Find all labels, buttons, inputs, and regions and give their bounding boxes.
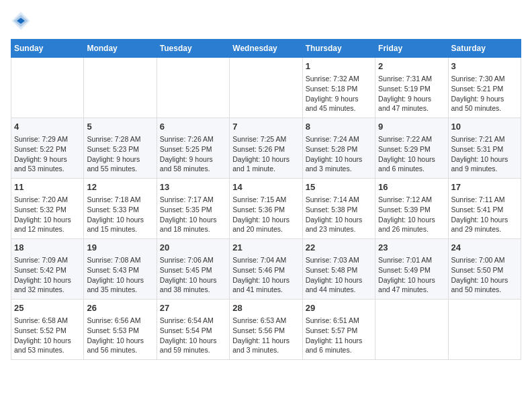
day-number: 19 xyxy=(87,242,153,254)
calendar-cell: 22Sunrise: 7:03 AM Sunset: 5:48 PM Dayli… xyxy=(302,239,375,300)
day-info: Sunrise: 7:08 AM Sunset: 5:43 PM Dayligh… xyxy=(87,255,153,295)
calendar-cell: 28Sunrise: 6:53 AM Sunset: 5:56 PM Dayli… xyxy=(230,300,302,360)
calendar-week-row: 1Sunrise: 7:32 AM Sunset: 5:18 PM Daylig… xyxy=(11,58,521,118)
day-info: Sunrise: 7:03 AM Sunset: 5:48 PM Dayligh… xyxy=(306,255,372,295)
calendar-cell: 29Sunrise: 6:51 AM Sunset: 5:57 PM Dayli… xyxy=(302,300,375,360)
calendar-cell: 8Sunrise: 7:24 AM Sunset: 5:28 PM Daylig… xyxy=(302,118,375,179)
calendar-cell: 15Sunrise: 7:14 AM Sunset: 5:38 PM Dayli… xyxy=(302,179,375,239)
calendar-cell: 3Sunrise: 7:30 AM Sunset: 5:21 PM Daylig… xyxy=(448,58,521,118)
day-number: 9 xyxy=(378,121,445,133)
calendar-cell xyxy=(448,300,521,360)
column-header-friday: Friday xyxy=(375,40,448,58)
day-info: Sunrise: 7:01 AM Sunset: 5:49 PM Dayligh… xyxy=(378,255,445,295)
calendar-week-row: 4Sunrise: 7:29 AM Sunset: 5:22 PM Daylig… xyxy=(11,118,521,179)
column-header-tuesday: Tuesday xyxy=(157,40,229,58)
calendar-cell: 19Sunrise: 7:08 AM Sunset: 5:43 PM Dayli… xyxy=(84,239,157,300)
day-number: 26 xyxy=(87,302,153,314)
day-info: Sunrise: 7:21 AM Sunset: 5:31 PM Dayligh… xyxy=(451,134,518,174)
day-number: 7 xyxy=(232,121,299,133)
column-header-monday: Monday xyxy=(84,40,157,58)
day-info: Sunrise: 7:18 AM Sunset: 5:33 PM Dayligh… xyxy=(87,195,153,234)
calendar-cell: 27Sunrise: 6:54 AM Sunset: 5:54 PM Dayli… xyxy=(157,300,229,360)
day-info: Sunrise: 6:54 AM Sunset: 5:54 PM Dayligh… xyxy=(160,316,226,355)
day-number: 2 xyxy=(378,60,445,73)
day-number: 23 xyxy=(378,242,445,254)
day-info: Sunrise: 7:12 AM Sunset: 5:39 PM Dayligh… xyxy=(378,195,445,234)
day-number: 12 xyxy=(87,181,153,193)
day-number: 6 xyxy=(160,121,226,133)
calendar-cell: 4Sunrise: 7:29 AM Sunset: 5:22 PM Daylig… xyxy=(11,118,84,179)
day-number: 5 xyxy=(87,121,153,133)
column-header-sunday: Sunday xyxy=(11,40,84,58)
day-info: Sunrise: 7:26 AM Sunset: 5:25 PM Dayligh… xyxy=(160,134,226,174)
day-info: Sunrise: 7:22 AM Sunset: 5:29 PM Dayligh… xyxy=(378,134,445,174)
calendar-cell: 24Sunrise: 7:00 AM Sunset: 5:50 PM Dayli… xyxy=(448,239,521,300)
calendar-cell xyxy=(230,58,302,118)
calendar-cell: 2Sunrise: 7:31 AM Sunset: 5:19 PM Daylig… xyxy=(375,58,448,118)
calendar-week-row: 18Sunrise: 7:09 AM Sunset: 5:42 PM Dayli… xyxy=(11,239,521,300)
day-number: 11 xyxy=(14,181,81,193)
day-info: Sunrise: 7:31 AM Sunset: 5:19 PM Dayligh… xyxy=(378,74,445,113)
calendar-cell xyxy=(84,58,157,118)
column-header-thursday: Thursday xyxy=(302,40,375,58)
day-info: Sunrise: 7:11 AM Sunset: 5:41 PM Dayligh… xyxy=(451,195,518,234)
day-number: 15 xyxy=(306,181,372,193)
day-info: Sunrise: 6:56 AM Sunset: 5:53 PM Dayligh… xyxy=(87,316,153,355)
calendar-cell: 18Sunrise: 7:09 AM Sunset: 5:42 PM Dayli… xyxy=(11,239,84,300)
calendar-cell: 23Sunrise: 7:01 AM Sunset: 5:49 PM Dayli… xyxy=(375,239,448,300)
calendar-cell: 14Sunrise: 7:15 AM Sunset: 5:36 PM Dayli… xyxy=(230,179,302,239)
calendar-header-row: SundayMondayTuesdayWednesdayThursdayFrid… xyxy=(11,40,521,58)
calendar-cell: 6Sunrise: 7:26 AM Sunset: 5:25 PM Daylig… xyxy=(157,118,229,179)
day-number: 29 xyxy=(306,302,372,314)
calendar-cell: 7Sunrise: 7:25 AM Sunset: 5:26 PM Daylig… xyxy=(230,118,302,179)
calendar-cell xyxy=(375,300,448,360)
calendar-cell: 10Sunrise: 7:21 AM Sunset: 5:31 PM Dayli… xyxy=(448,118,521,179)
day-info: Sunrise: 7:17 AM Sunset: 5:35 PM Dayligh… xyxy=(160,195,226,234)
calendar-cell: 1Sunrise: 7:32 AM Sunset: 5:18 PM Daylig… xyxy=(302,58,375,118)
calendar-cell: 16Sunrise: 7:12 AM Sunset: 5:39 PM Dayli… xyxy=(375,179,448,239)
column-header-saturday: Saturday xyxy=(448,40,521,58)
calendar-cell: 26Sunrise: 6:56 AM Sunset: 5:53 PM Dayli… xyxy=(84,300,157,360)
day-info: Sunrise: 7:14 AM Sunset: 5:38 PM Dayligh… xyxy=(306,195,372,234)
day-info: Sunrise: 7:06 AM Sunset: 5:45 PM Dayligh… xyxy=(160,255,226,295)
day-number: 22 xyxy=(306,242,372,254)
day-number: 16 xyxy=(378,181,445,193)
day-info: Sunrise: 7:09 AM Sunset: 5:42 PM Dayligh… xyxy=(14,255,81,295)
day-number: 18 xyxy=(14,242,81,254)
page-header xyxy=(11,11,521,31)
calendar-week-row: 11Sunrise: 7:20 AM Sunset: 5:32 PM Dayli… xyxy=(11,179,521,239)
calendar-cell: 17Sunrise: 7:11 AM Sunset: 5:41 PM Dayli… xyxy=(448,179,521,239)
day-info: Sunrise: 7:20 AM Sunset: 5:32 PM Dayligh… xyxy=(14,195,81,234)
day-info: Sunrise: 7:00 AM Sunset: 5:50 PM Dayligh… xyxy=(451,255,518,295)
calendar-week-row: 25Sunrise: 6:58 AM Sunset: 5:52 PM Dayli… xyxy=(11,300,521,360)
day-info: Sunrise: 7:04 AM Sunset: 5:46 PM Dayligh… xyxy=(232,255,299,295)
calendar-cell: 21Sunrise: 7:04 AM Sunset: 5:46 PM Dayli… xyxy=(230,239,302,300)
day-number: 13 xyxy=(160,181,226,193)
logo xyxy=(11,11,34,31)
calendar-cell: 9Sunrise: 7:22 AM Sunset: 5:29 PM Daylig… xyxy=(375,118,448,179)
column-header-wednesday: Wednesday xyxy=(230,40,302,58)
day-number: 21 xyxy=(232,242,299,254)
day-number: 10 xyxy=(451,121,518,133)
day-info: Sunrise: 7:24 AM Sunset: 5:28 PM Dayligh… xyxy=(306,134,372,174)
day-number: 27 xyxy=(160,302,226,314)
day-info: Sunrise: 7:32 AM Sunset: 5:18 PM Dayligh… xyxy=(306,74,372,113)
calendar-cell: 20Sunrise: 7:06 AM Sunset: 5:45 PM Dayli… xyxy=(157,239,229,300)
calendar-cell: 13Sunrise: 7:17 AM Sunset: 5:35 PM Dayli… xyxy=(157,179,229,239)
calendar-cell xyxy=(157,58,229,118)
day-number: 8 xyxy=(306,121,372,133)
calendar-cell xyxy=(11,58,84,118)
day-info: Sunrise: 7:29 AM Sunset: 5:22 PM Dayligh… xyxy=(14,134,81,174)
calendar-cell: 25Sunrise: 6:58 AM Sunset: 5:52 PM Dayli… xyxy=(11,300,84,360)
day-number: 17 xyxy=(451,181,518,193)
day-info: Sunrise: 6:58 AM Sunset: 5:52 PM Dayligh… xyxy=(14,316,81,355)
logo-icon xyxy=(11,11,31,31)
day-number: 20 xyxy=(160,242,226,254)
day-info: Sunrise: 6:53 AM Sunset: 5:56 PM Dayligh… xyxy=(232,316,299,355)
calendar-cell: 11Sunrise: 7:20 AM Sunset: 5:32 PM Dayli… xyxy=(11,179,84,239)
day-number: 4 xyxy=(14,121,81,133)
day-info: Sunrise: 7:30 AM Sunset: 5:21 PM Dayligh… xyxy=(451,74,518,113)
day-info: Sunrise: 6:51 AM Sunset: 5:57 PM Dayligh… xyxy=(306,316,372,355)
day-number: 25 xyxy=(14,302,81,314)
day-number: 14 xyxy=(232,181,299,193)
